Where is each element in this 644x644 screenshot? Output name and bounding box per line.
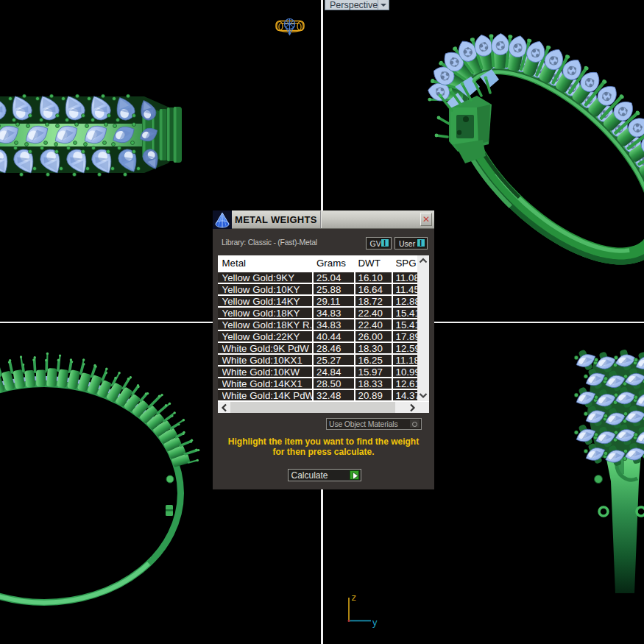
svg-text:y: y — [372, 617, 378, 628]
svg-text:z: z — [352, 592, 357, 603]
